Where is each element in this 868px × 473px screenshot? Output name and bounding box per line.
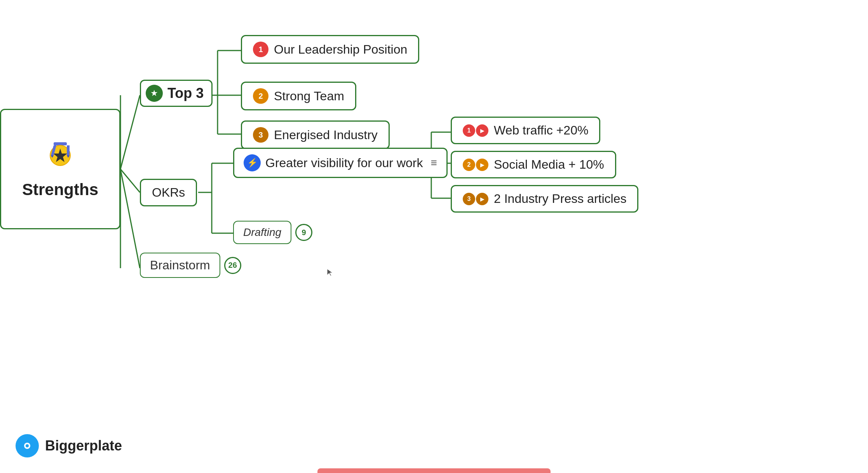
drafting-label: Drafting: [243, 226, 281, 238]
brainstorm-wrapper: Brainstorm 26: [140, 253, 241, 278]
svg-rect-18: [54, 142, 67, 145]
top3-label: Top 3: [167, 85, 204, 101]
social-badge: 2 ▶: [463, 159, 488, 171]
press-label: 2 Industry Press articles: [494, 192, 626, 206]
leadership-node[interactable]: 1 Our Leadership Position: [241, 35, 419, 64]
okrs-node[interactable]: OKRs: [140, 179, 197, 206]
social-media-label: Social Media + 10%: [494, 157, 604, 172]
brainstorm-node[interactable]: Brainstorm: [140, 253, 220, 278]
svg-line-1: [120, 169, 140, 192]
strong-team-label: Strong Team: [274, 89, 344, 103]
web-play: ▶: [476, 124, 488, 137]
drafting-node[interactable]: Drafting: [233, 221, 291, 244]
press-num: 3: [463, 193, 475, 205]
drafting-wrapper: Drafting 9: [233, 221, 312, 244]
biggerplate-name: Biggerplate: [45, 438, 122, 454]
strong-team-node[interactable]: 2 Strong Team: [241, 82, 356, 110]
svg-point-28: [26, 444, 29, 447]
drafting-count: 9: [295, 224, 312, 241]
energised-node[interactable]: 3 Energised Industry: [241, 120, 390, 149]
svg-marker-22: [67, 145, 70, 155]
strengths-card: Strengths: [0, 109, 120, 229]
brainstorm-count: 26: [224, 257, 241, 274]
bottom-bar: [317, 468, 551, 473]
badge-1: 1: [253, 42, 268, 57]
web-traffic-node[interactable]: 1 ▶ Web traffic +20%: [451, 117, 600, 144]
award-icon: [43, 139, 78, 174]
svg-marker-25: [327, 269, 333, 276]
leadership-label: Our Leadership Position: [274, 42, 407, 57]
badge-3: 3: [253, 127, 268, 143]
badge-2: 2: [253, 88, 268, 104]
svg-line-2: [120, 169, 140, 268]
svg-line-0: [120, 95, 140, 169]
cursor-icon: [326, 268, 334, 276]
visibility-node[interactable]: ⚡ Greater visibility for our work ≡: [233, 148, 448, 178]
social-media-node[interactable]: 2 ▶ Social Media + 10%: [451, 151, 616, 178]
top3-star-icon: ★: [146, 85, 163, 102]
biggerplate-icon: [16, 434, 39, 457]
bolt-icon: ⚡: [244, 154, 261, 171]
biggerplate-logo: Biggerplate: [16, 434, 122, 457]
social-play: ▶: [476, 159, 488, 171]
press-badge: 3 ▶: [463, 193, 488, 205]
top3-node[interactable]: ★ Top 3: [140, 80, 213, 107]
web-num: 1: [463, 124, 475, 137]
visibility-label: Greater visibility for our work: [265, 156, 423, 170]
social-num: 2: [463, 159, 475, 171]
press-articles-node[interactable]: 3 ▶ 2 Industry Press articles: [451, 185, 638, 213]
brainstorm-label: Brainstorm: [150, 258, 210, 272]
okrs-label: OKRs: [152, 185, 185, 200]
strengths-label: Strengths: [22, 180, 98, 199]
press-play: ▶: [476, 193, 488, 205]
energised-label: Energised Industry: [274, 128, 378, 142]
hamburger-icon[interactable]: ≡: [431, 157, 437, 169]
web-badge: 1 ▶: [463, 124, 488, 137]
web-traffic-label: Web traffic +20%: [494, 123, 588, 138]
